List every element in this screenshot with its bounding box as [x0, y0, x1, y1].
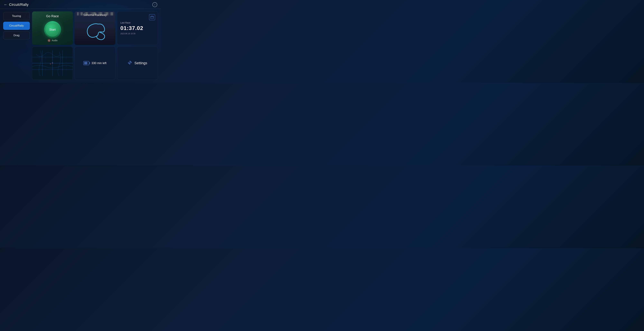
back-button[interactable]: ←	[4, 3, 8, 7]
header: ← Circuit/Rally i	[0, 0, 161, 9]
track-outline-svg	[85, 22, 110, 43]
settings-card[interactable]: Settings	[117, 47, 158, 80]
calendar-icon	[149, 14, 155, 20]
battery-card[interactable]: 330 min left	[74, 47, 116, 80]
last-race-card[interactable]: Last Race 01:37.02 2023.06.16 10:30	[117, 12, 158, 45]
map-card[interactable]	[32, 47, 73, 80]
battery-fill	[84, 62, 88, 64]
go-race-card[interactable]: Go Race Start 🔇 Audio	[32, 12, 73, 45]
battery-icon	[83, 61, 89, 65]
sidebar: Touring Circuit/Rally Drag	[3, 12, 30, 80]
settings-label: Settings	[134, 61, 147, 65]
audio-label: Audio	[52, 39, 58, 42]
sidebar-item-circuit-rally[interactable]: Circuit/Rally	[3, 22, 30, 30]
map-svg	[32, 47, 73, 80]
sidebar-item-touring[interactable]: Touring	[3, 12, 30, 20]
last-race-time: 01:37.02	[120, 25, 143, 31]
raceway-card[interactable]: Sonoma Raceway	[74, 12, 116, 45]
last-race-label: Last Race	[120, 22, 130, 24]
sidebar-item-drag[interactable]: Drag	[3, 31, 30, 40]
go-race-title: Go Race	[32, 14, 73, 18]
svg-point-24	[50, 64, 51, 64]
svg-point-25	[129, 62, 131, 63]
gear-icon	[128, 60, 132, 66]
info-button[interactable]: i	[152, 2, 157, 7]
last-race-date: 2023.06.16 10:30	[120, 33, 135, 35]
header-left: ← Circuit/Rally	[4, 3, 28, 7]
main-grid: Go Race Start 🔇 Audio Sonoma Raceway	[32, 12, 158, 80]
svg-point-26	[128, 61, 131, 64]
page-title: Circuit/Rally	[9, 3, 28, 7]
audio-muted-icon: 🔇	[48, 39, 51, 42]
start-button[interactable]: Start	[46, 23, 60, 37]
svg-rect-0	[150, 16, 154, 19]
audio-row[interactable]: 🔇 Audio	[32, 39, 73, 42]
info-icon: i	[154, 4, 155, 6]
main-content: Touring Circuit/Rally Drag Go Race Start…	[0, 9, 161, 82]
raceway-title: Sonoma Raceway	[74, 13, 116, 17]
battery-label: 330 min left	[92, 62, 106, 65]
start-button-outer: Start	[44, 21, 61, 38]
svg-point-23	[52, 63, 52, 64]
